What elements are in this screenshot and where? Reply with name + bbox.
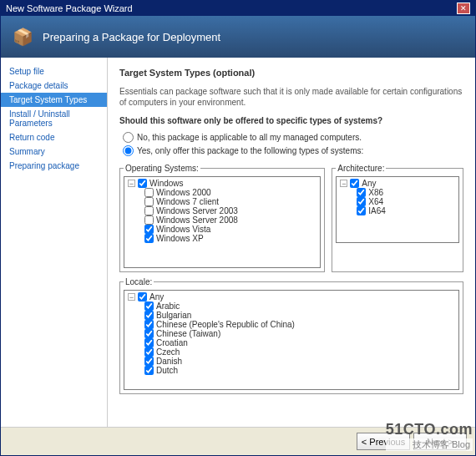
locale-item-label: Dutch: [156, 366, 178, 375]
locale-checkbox[interactable]: [144, 311, 154, 320]
question-text: Should this software only be offered to …: [119, 116, 463, 125]
arch-checkbox[interactable]: [357, 206, 366, 215]
radio-no-input[interactable]: [123, 132, 134, 143]
locale-tree-root[interactable]: − Any: [126, 292, 457, 301]
collapse-icon[interactable]: −: [340, 180, 347, 187]
arch-item-label: X86: [368, 188, 383, 197]
titlebar: New Software Package Wizard ✕: [1, 1, 475, 16]
os-checkbox[interactable]: [144, 215, 154, 225]
locale-checkbox[interactable]: [144, 347, 154, 357]
os-item-label: Windows Vista: [156, 225, 210, 234]
locale-tree-item[interactable]: Croatian: [126, 338, 457, 347]
os-item-label: Windows Server 2003: [156, 206, 238, 215]
arch-checkbox[interactable]: [357, 188, 366, 197]
locale-item-label: Bulgarian: [156, 311, 191, 320]
sidebar-item-setup-file[interactable]: Setup file: [1, 64, 107, 79]
locale-checkbox[interactable]: [144, 338, 154, 347]
os-tree-item[interactable]: Windows Server 2008: [126, 215, 318, 225]
sidebar-item-summary[interactable]: Summary: [1, 144, 107, 159]
os-tree-item[interactable]: Windows Vista: [126, 225, 318, 234]
sidebar-item-return-code[interactable]: Return code: [1, 130, 107, 144]
os-tree-item[interactable]: Windows Server 2003: [126, 206, 318, 215]
arch-root-checkbox[interactable]: [350, 179, 359, 188]
locale-checkbox[interactable]: [144, 357, 154, 366]
body: Setup file Package details Target System…: [1, 58, 475, 427]
close-button[interactable]: ✕: [457, 3, 470, 14]
locale-legend: Locale:: [124, 277, 154, 286]
locale-item-label: Chinese (Taiwan): [156, 329, 220, 338]
locale-root-label: Any: [149, 292, 164, 301]
locale-checkbox[interactable]: [144, 366, 154, 375]
os-root-label: Windows: [149, 179, 184, 188]
locale-tree-item[interactable]: Danish: [126, 357, 457, 366]
arch-tree[interactable]: − Any X86 X64 IA64: [336, 176, 459, 243]
os-legend: Operating Systems:: [124, 164, 200, 173]
banner-title: Preparing a Package for Deployment: [43, 31, 220, 43]
os-checkbox[interactable]: [144, 225, 154, 234]
locale-checkbox[interactable]: [144, 329, 154, 338]
locale-tree-item[interactable]: Arabic: [126, 301, 457, 311]
locale-checkbox[interactable]: [144, 301, 154, 311]
window-title: New Software Package Wizard: [6, 3, 133, 13]
sidebar-item-install-uninstall[interactable]: Install / Uninstall Parameters: [1, 107, 107, 130]
radio-no[interactable]: No, this package is applicable to all my…: [123, 132, 463, 143]
locale-root-checkbox[interactable]: [138, 292, 147, 301]
radio-yes-label: Yes, only offer this package to the foll…: [137, 146, 363, 155]
os-checkbox[interactable]: [144, 197, 154, 206]
sidebar-item-preparing-package[interactable]: Preparing package: [1, 159, 107, 173]
locale-checkbox[interactable]: [144, 320, 154, 329]
locale-tree-item[interactable]: Bulgarian: [126, 311, 457, 320]
arch-item-label: X64: [368, 197, 383, 206]
banner: 📦 Preparing a Package for Deployment: [1, 16, 475, 58]
os-item-label: Windows 2000: [156, 188, 211, 197]
os-tree-item[interactable]: Windows XP: [126, 234, 318, 243]
radio-no-label: No, this package is applicable to all my…: [137, 133, 362, 142]
radio-yes[interactable]: Yes, only offer this package to the foll…: [123, 145, 463, 156]
os-item-label: Windows Server 2008: [156, 215, 238, 225]
locale-tree-item[interactable]: Chinese (People's Republic of China): [126, 320, 457, 329]
collapse-icon[interactable]: −: [128, 293, 135, 301]
description-text: Essentials can package software such tha…: [119, 86, 463, 108]
arch-root-label: Any: [362, 179, 376, 188]
locale-item-label: Croatian: [156, 338, 188, 347]
arch-checkbox[interactable]: [357, 197, 366, 206]
arch-tree-item[interactable]: IA64: [338, 206, 457, 215]
collapse-icon[interactable]: −: [128, 180, 135, 187]
arch-tree-root[interactable]: − Any: [338, 179, 457, 188]
os-checkbox[interactable]: [144, 234, 154, 243]
arch-legend: Architecture:: [336, 164, 386, 173]
sidebar-item-package-details[interactable]: Package details: [1, 79, 107, 93]
wizard-window: New Software Package Wizard ✕ 📦 Preparin…: [0, 0, 476, 456]
package-icon: 📦: [11, 25, 34, 48]
previous-button[interactable]: < Previous: [357, 433, 410, 450]
locale-fieldset: Locale: − Any Arabic Bulgarian Chinese (…: [119, 277, 463, 394]
locale-tree-item[interactable]: Chinese (Taiwan): [126, 329, 457, 338]
os-fieldset: Operating Systems: − Windows Windows 200…: [119, 164, 325, 272]
locale-item-label: Danish: [156, 357, 182, 366]
radio-yes-input[interactable]: [123, 145, 134, 156]
os-root-checkbox[interactable]: [138, 179, 147, 188]
os-tree[interactable]: − Windows Windows 2000 Windows 7 client …: [124, 176, 321, 268]
os-tree-item[interactable]: Windows 2000: [126, 188, 318, 197]
next-button[interactable]: Next >: [413, 433, 467, 450]
locale-tree-item[interactable]: Czech: [126, 347, 457, 357]
sidebar: Setup file Package details Target System…: [1, 58, 108, 427]
locale-item-label: Arabic: [156, 301, 180, 311]
locale-item-label: Chinese (People's Republic of China): [156, 320, 295, 329]
os-item-label: Windows 7 client: [156, 197, 219, 206]
locale-item-label: Czech: [156, 347, 180, 357]
button-row: < Previous Next >: [1, 427, 475, 455]
main-panel: Target System Types (optional) Essential…: [108, 58, 475, 427]
os-checkbox[interactable]: [144, 188, 154, 197]
locale-tree-item[interactable]: Dutch: [126, 366, 457, 375]
os-checkbox[interactable]: [144, 206, 154, 215]
os-tree-item[interactable]: Windows 7 client: [126, 197, 318, 206]
arch-item-label: IA64: [368, 206, 386, 215]
sidebar-item-target-system-types[interactable]: Target System Types: [1, 93, 107, 107]
arch-tree-item[interactable]: X86: [338, 188, 457, 197]
arch-tree-item[interactable]: X64: [338, 197, 457, 206]
locale-tree[interactable]: − Any Arabic Bulgarian Chinese (People's…: [124, 290, 459, 390]
os-tree-root[interactable]: − Windows: [126, 179, 318, 188]
page-title: Target System Types (optional): [119, 68, 463, 78]
arch-fieldset: Architecture: − Any X86 X64 IA64: [332, 164, 463, 272]
